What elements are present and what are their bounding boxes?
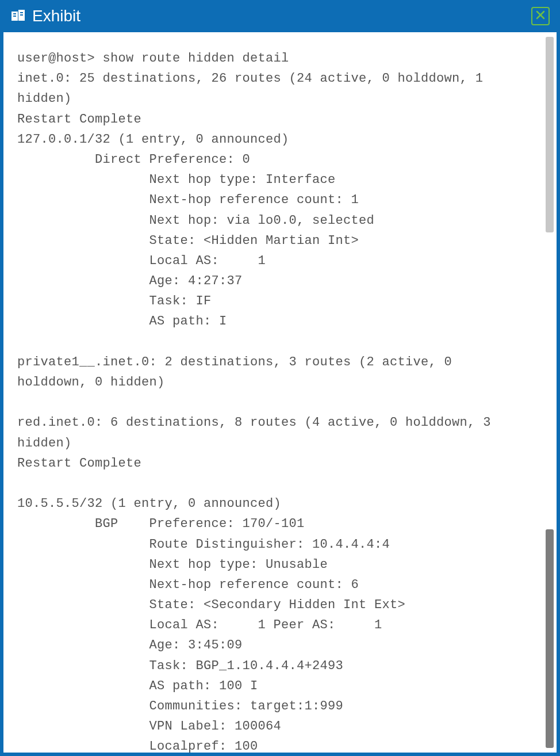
scrollbar-thumb[interactable] (546, 37, 554, 232)
window-title: Exhibit (32, 7, 80, 25)
terminal-output[interactable]: user@host> show route hidden detail inet… (3, 32, 543, 753)
svg-rect-3 (13, 16, 16, 17)
exhibit-icon (10, 8, 26, 24)
close-button[interactable] (531, 7, 550, 25)
svg-rect-5 (20, 14, 23, 16)
svg-rect-2 (13, 13, 16, 14)
titlebar-left: Exhibit (10, 7, 80, 25)
app-window: Exhibit user@host> show route hidden det… (0, 0, 560, 756)
svg-rect-4 (20, 12, 23, 13)
content-area: user@host> show route hidden detail inet… (3, 32, 557, 753)
close-icon (535, 10, 546, 22)
scrollbar[interactable] (545, 37, 554, 748)
scrollbar-thumb[interactable] (546, 529, 554, 748)
titlebar: Exhibit (3, 3, 557, 32)
